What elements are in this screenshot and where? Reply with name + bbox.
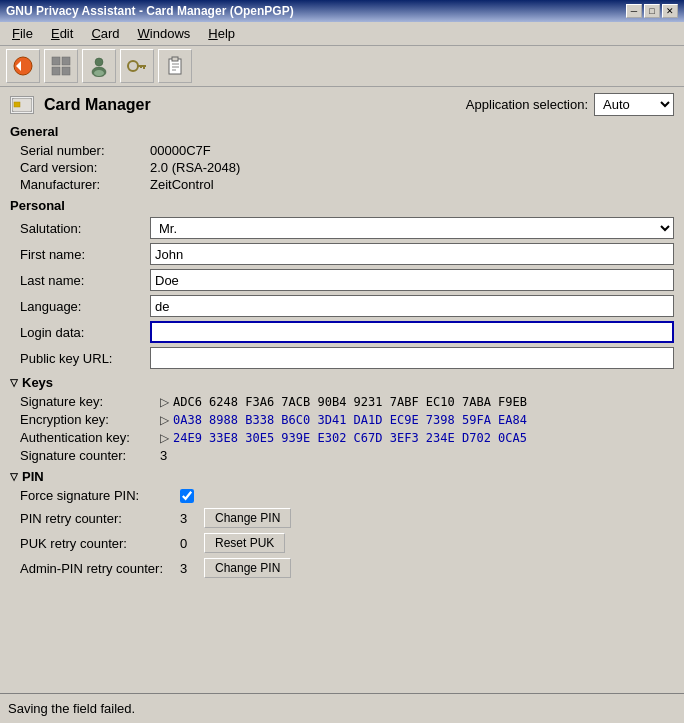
pin-section: ▽ PIN Force signature PIN: PIN retry cou… [10,469,674,578]
reset-puk-button[interactable]: Reset PUK [204,533,285,553]
card-symbol-icon [12,98,32,112]
svg-point-6 [95,58,103,66]
encryption-key-row: Encryption key: ▷ 0A38 8988 B338 B6C0 3D… [20,412,674,427]
pin-content: Force signature PIN: PIN retry counter: … [20,488,674,578]
back-icon [12,55,34,77]
admin-pin-retry-row: Admin-PIN retry counter: 3 Change PIN [20,558,674,578]
authentication-key-label: Authentication key: [20,430,160,445]
puk-retry-row: PUK retry counter: 0 Reset PUK [20,533,674,553]
svg-point-9 [128,61,138,71]
force-signature-row: Force signature PIN: [20,488,674,503]
encryption-key-label: Encryption key: [20,412,160,427]
public-key-url-input[interactable] [150,347,674,369]
svg-point-8 [94,70,104,76]
toolbar-clipboard-button[interactable] [158,49,192,83]
clipboard-icon [164,55,186,77]
puk-retry-value: 0 [180,536,196,551]
authentication-key-expand-icon[interactable]: ▷ [160,431,169,445]
serial-number-row: Serial number: 00000C7F [20,143,674,158]
general-section-header: General [10,124,674,139]
serial-number-value: 00000C7F [150,143,211,158]
keys-section: ▽ Keys Signature key: ▷ ADC6 6248 F3A6 7… [10,375,674,463]
key-icon [126,55,148,77]
header-row: Card Manager Application selection: Auto [10,93,674,116]
menu-windows[interactable]: Windows [130,24,199,43]
toolbar-key-button[interactable] [120,49,154,83]
pin-retry-row: PIN retry counter: 3 Change PIN [20,508,674,528]
card-icon [10,96,34,114]
signature-key-expand-icon[interactable]: ▷ [160,395,169,409]
pin-section-label: PIN [22,469,44,484]
manufacturer-value: ZeitControl [150,177,214,192]
status-message: Saving the field failed. [8,701,135,716]
signature-counter-label: Signature counter: [20,448,160,463]
window-controls: ─ □ ✕ [626,4,678,18]
pin-section-header[interactable]: ▽ PIN [10,469,674,484]
encryption-key-value: 0A38 8988 B338 B6C0 3D41 DA1D EC9E 7398 … [173,413,527,427]
first-name-row: First name: [20,243,674,265]
card-version-value: 2.0 (RSA-2048) [150,160,240,175]
svg-rect-14 [172,57,178,61]
app-selection-row: Application selection: Auto [466,93,674,116]
menu-bar: File Edit Card Windows Help [0,22,684,46]
first-name-input[interactable] [150,243,674,265]
toolbar-back-button[interactable] [6,49,40,83]
svg-rect-19 [14,102,20,107]
first-name-label: First name: [20,247,150,262]
toolbar [0,46,684,87]
menu-file[interactable]: File [4,24,41,43]
pin-retry-value: 3 [180,511,196,526]
page-title: Card Manager [44,96,151,114]
signature-key-row: Signature key: ▷ ADC6 6248 F3A6 7ACB 90B… [20,394,674,409]
admin-pin-retry-label: Admin-PIN retry counter: [20,561,180,576]
public-key-url-label: Public key URL: [20,351,150,366]
toolbar-grid-button[interactable] [44,49,78,83]
keys-section-header[interactable]: ▽ Keys [10,375,674,390]
minimize-button[interactable]: ─ [626,4,642,18]
svg-rect-3 [62,57,70,65]
public-key-url-row: Public key URL: [20,347,674,369]
main-content: Card Manager Application selection: Auto… [0,87,684,686]
svg-rect-5 [62,67,70,75]
language-row: Language: [20,295,674,317]
card-version-row: Card version: 2.0 (RSA-2048) [20,160,674,175]
svg-rect-2 [52,57,60,65]
menu-edit[interactable]: Edit [43,24,81,43]
keys-section-label: Keys [22,375,53,390]
close-button[interactable]: ✕ [662,4,678,18]
authentication-key-value: 24E9 33E8 30E5 939E E302 C67D 3EF3 234E … [173,431,527,445]
toolbar-person-button[interactable] [82,49,116,83]
svg-rect-4 [52,67,60,75]
menu-card[interactable]: Card [83,24,127,43]
force-signature-label: Force signature PIN: [20,488,180,503]
language-label: Language: [20,299,150,314]
signature-key-value: ADC6 6248 F3A6 7ACB 90B4 9231 7ABF EC10 … [173,395,527,409]
force-signature-checkbox[interactable] [180,489,194,503]
app-selection-label: Application selection: [466,97,588,112]
login-data-row: Login data: [20,321,674,343]
menu-help[interactable]: Help [200,24,243,43]
person-icon [88,55,110,77]
change-pin-button[interactable]: Change PIN [204,508,291,528]
last-name-label: Last name: [20,273,150,288]
signature-counter-value: 3 [160,448,167,463]
manufacturer-row: Manufacturer: ZeitControl [20,177,674,192]
admin-pin-retry-value: 3 [180,561,196,576]
salutation-select[interactable]: Mr. Mrs. Ms. Dr. [150,217,674,239]
last-name-input[interactable] [150,269,674,291]
personal-section: Personal Salutation: Mr. Mrs. Ms. Dr. Fi… [10,198,674,369]
language-input[interactable] [150,295,674,317]
encryption-key-expand-icon[interactable]: ▷ [160,413,169,427]
app-selection-select[interactable]: Auto [594,93,674,116]
title-bar: GNU Privacy Assistant - Card Manager (Op… [0,0,684,22]
pin-collapse-arrow: ▽ [10,471,18,482]
window-title: GNU Privacy Assistant - Card Manager (Op… [6,4,294,18]
puk-retry-label: PUK retry counter: [20,536,180,551]
status-bar: Saving the field failed. [0,693,684,723]
login-data-input[interactable] [150,321,674,343]
personal-section-header: Personal [10,198,674,213]
admin-change-pin-button[interactable]: Change PIN [204,558,291,578]
signature-counter-row: Signature counter: 3 [20,448,674,463]
personal-form: Salutation: Mr. Mrs. Ms. Dr. First name:… [20,217,674,369]
maximize-button[interactable]: □ [644,4,660,18]
